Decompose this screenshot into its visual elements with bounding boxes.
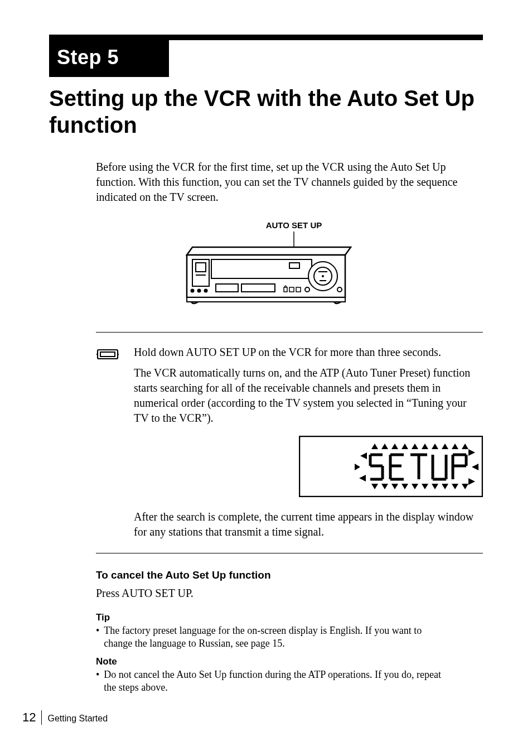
svg-rect-24 — [100, 352, 115, 357]
svg-point-8 — [204, 289, 208, 293]
svg-rect-12 — [289, 263, 299, 268]
svg-rect-4 — [196, 263, 206, 272]
footer-section: Getting Started — [47, 714, 108, 724]
display-window — [134, 436, 483, 497]
vcr-svg: AUTO SET UP — [177, 220, 355, 315]
instruction-p2: The VCR automatically turns on, and the … — [134, 365, 483, 426]
instruction-p1: Hold down AUTO SET UP on the VCR for mor… — [134, 345, 483, 360]
tip-text: The factory preset language for the on-s… — [104, 624, 449, 651]
svg-point-7 — [197, 289, 201, 293]
step-row: Step 5 — [49, 40, 483, 77]
bullet-dot: • — [96, 624, 99, 651]
svg-rect-15 — [296, 287, 301, 292]
svg-point-20 — [322, 275, 324, 277]
intro-paragraph: Before using the VCR for the first time,… — [96, 160, 483, 205]
note-heading: Note — [96, 656, 483, 667]
instruction-p3: After the search is complete, the curren… — [134, 509, 483, 540]
svg-point-22 — [337, 287, 342, 292]
page-number: 12 — [22, 710, 36, 725]
page-title: Setting up the VCR with the Auto Set Up … — [49, 85, 483, 138]
divider-2 — [96, 553, 483, 553]
instruction-text: Hold down AUTO SET UP on the VCR for mor… — [134, 345, 483, 545]
note-text: Do not cancel the Auto Set Up function d… — [104, 668, 449, 695]
svg-rect-14 — [289, 287, 294, 292]
footer-separator — [41, 710, 42, 725]
svg-rect-10 — [216, 284, 238, 292]
vcr-unit-icon — [96, 345, 119, 545]
svg-rect-2 — [187, 297, 345, 302]
svg-point-21 — [305, 287, 309, 292]
cancel-body: Press AUTO SET UP. — [96, 586, 483, 601]
svg-point-6 — [191, 289, 195, 293]
cancel-heading: To cancel the Auto Set Up function — [96, 569, 483, 581]
svg-rect-11 — [241, 284, 275, 292]
divider — [96, 332, 483, 333]
note-bullet: • Do not cancel the Auto Set Up function… — [96, 668, 483, 695]
step-badge: Step 5 — [49, 40, 169, 77]
top-rule — [49, 35, 483, 40]
diagram-label: AUTO SET UP — [266, 220, 322, 230]
bullet-dot: • — [96, 668, 99, 695]
instruction-block: Hold down AUTO SET UP on the VCR for mor… — [96, 345, 483, 545]
page-footer: 12 Getting Started — [22, 710, 483, 725]
vcr-diagram: AUTO SET UP — [49, 220, 483, 315]
tip-bullet: • The factory preset language for the on… — [96, 624, 483, 651]
tip-heading: Tip — [96, 612, 483, 623]
